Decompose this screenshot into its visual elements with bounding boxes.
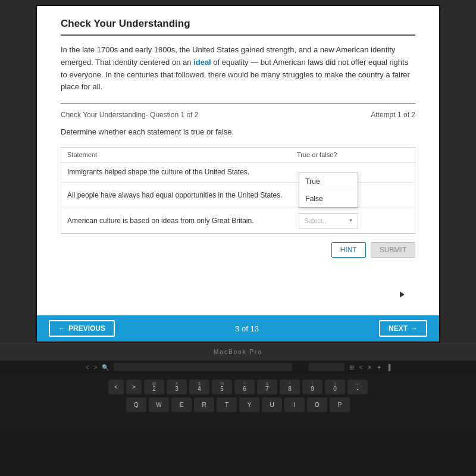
section-divider	[61, 103, 415, 104]
select-box-3[interactable]: Select... ▼	[299, 213, 358, 228]
option-true[interactable]: True	[299, 173, 358, 190]
touchbar-right-widget	[309, 363, 345, 371]
key-w[interactable]: W	[149, 397, 169, 413]
touchbar-grid-icon: ⊞	[349, 364, 354, 371]
previous-button[interactable]: ← PREVIOUS	[49, 320, 115, 337]
key-dash[interactable]: —-	[347, 380, 368, 395]
hint-submit-row: HINT SUBMIT	[61, 242, 415, 258]
arrow-left-icon: ←	[58, 324, 65, 333]
next-button[interactable]: NEXT →	[379, 320, 427, 337]
key-4[interactable]: $4	[189, 380, 209, 395]
key-e[interactable]: E	[171, 397, 192, 413]
chevron-icon-3: ▼	[348, 218, 353, 223]
key-9[interactable]: (9	[302, 380, 322, 395]
touchbar-angle-left: <	[359, 364, 362, 371]
touchbar-search: 🔍	[102, 364, 109, 371]
intro-paragraph: In the late 1700s and early 1800s, the U…	[61, 44, 415, 93]
table-row: American culture is based on ideas from …	[61, 208, 415, 233]
key-u[interactable]: U	[262, 397, 282, 413]
select-container-3[interactable]: Select... ▼	[293, 213, 409, 228]
touchbar-brightness-icon: ✦	[377, 364, 381, 371]
key-lt[interactable]: <	[108, 380, 124, 395]
statement-2: All people have always had equal opportu…	[67, 190, 293, 201]
option-false[interactable]: False	[299, 190, 358, 207]
hint-button[interactable]: HINT	[331, 242, 366, 258]
key-2[interactable]: @2	[144, 380, 164, 395]
touch-bar: < > 🔍 ⊞ < ✕ ✦ ▐	[0, 361, 476, 374]
true-false-table: Statement True or false? Immigrants help…	[61, 147, 415, 234]
navigation-bar: ← PREVIOUS 3 of 13 NEXT →	[37, 315, 439, 342]
key-6[interactable]: ^6	[234, 380, 255, 395]
touchbar-right-arrow: >	[94, 364, 98, 371]
table-header: Statement True or false?	[61, 148, 415, 162]
key-r[interactable]: R	[194, 397, 214, 413]
macbook-bezel: MacBook Pro	[0, 343, 476, 361]
highlight-word: ideal	[193, 58, 211, 67]
table-row: Immigrants helped shape the culture of t…	[61, 162, 415, 183]
next-label: NEXT	[389, 324, 408, 333]
key-t[interactable]: T	[217, 397, 237, 413]
key-p[interactable]: P	[330, 397, 350, 413]
submit-button[interactable]: SUBMIT	[371, 242, 415, 258]
keyboard-area: < > @2 #3 $4 %5 ^6 &7 *8 (9 )0 —- Q W E …	[0, 374, 476, 427]
key-i[interactable]: I	[284, 397, 305, 413]
key-5[interactable]: %5	[212, 380, 232, 395]
page-title: Check Your Understanding	[61, 18, 415, 36]
macbook-label: MacBook Pro	[214, 349, 262, 355]
col-header-truefalse: True or false?	[291, 151, 409, 158]
select-placeholder-3: Select...	[304, 217, 328, 224]
key-y[interactable]: Y	[239, 397, 259, 413]
touchbar-track	[114, 363, 292, 371]
table-row: All people have always had equal opportu…	[61, 183, 415, 208]
touchbar-left-arrow: <	[86, 364, 89, 371]
key-o[interactable]: O	[307, 397, 327, 413]
previous-label: PREVIOUS	[68, 324, 105, 333]
content-area: Check Your Understanding In the late 170…	[37, 6, 439, 315]
laptop-screen: Check Your Understanding In the late 170…	[36, 5, 440, 343]
instruction-text: Determine whether each statement is true…	[61, 127, 415, 136]
keyboard-row-2: Q W E R T Y U I O P	[12, 397, 464, 413]
key-q[interactable]: Q	[126, 397, 146, 413]
question-meta-left: Check Your Understanding- Question 1 of …	[61, 111, 198, 119]
dropdown-open[interactable]: True False	[299, 173, 358, 208]
touchbar-wifi-icon: ✕	[367, 364, 372, 371]
page-counter: 3 of 13	[235, 324, 259, 333]
question-meta: Check Your Understanding- Question 1 of …	[61, 111, 415, 119]
key-3[interactable]: #3	[167, 380, 187, 395]
arrow-right-icon: →	[411, 324, 418, 333]
col-header-statement: Statement	[67, 151, 291, 158]
keyboard-row-1: < > @2 #3 $4 %5 ^6 &7 *8 (9 )0 —-	[12, 380, 464, 395]
key-8[interactable]: *8	[280, 380, 300, 395]
laptop-body: Check Your Understanding In the late 170…	[0, 0, 476, 343]
key-gt[interactable]: >	[126, 380, 142, 395]
statement-1: Immigrants helped shape the culture of t…	[67, 167, 293, 177]
question-meta-right: Attempt 1 of 2	[371, 111, 415, 119]
mouse-cursor	[400, 292, 405, 298]
statement-3: American culture is based on ideas from …	[67, 216, 293, 226]
key-7[interactable]: &7	[257, 380, 277, 395]
key-0[interactable]: )0	[325, 380, 345, 395]
touchbar-sound-icon: ▐	[386, 364, 390, 371]
